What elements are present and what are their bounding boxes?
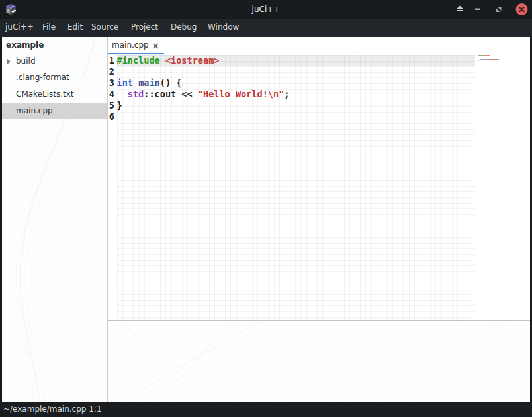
project-name: example — [6, 38, 44, 52]
code-line-6: 6 — [108, 111, 475, 122]
tree-item-label: build — [16, 53, 36, 70]
minimap-segment — [478, 60, 479, 61]
tree-item-label: CMakeLists.txt — [16, 86, 74, 103]
code-token-namespace: std — [128, 89, 144, 99]
menu-item-debug[interactable]: Debug — [171, 19, 197, 37]
line-text: } — [117, 100, 476, 111]
minimap-lines — [478, 55, 499, 63]
file-tree: build.clang-formatCMakeLists.txtmain.cpp — [2, 53, 107, 119]
code-line-5: 5} — [108, 100, 475, 111]
line-text: #include <iostream> — [117, 55, 476, 66]
tree-item-cmakelists-txt[interactable]: CMakeLists.txt — [2, 86, 107, 103]
line-number: 4 — [108, 89, 117, 100]
minimap-segment — [498, 59, 499, 60]
menu-item-file[interactable]: File — [42, 19, 56, 37]
code-editor[interactable]: 1#include <iostream>23int main() {4 std:… — [108, 54, 475, 320]
code-token-plain — [133, 77, 138, 88]
code-token-plain — [160, 55, 165, 66]
line-text — [117, 66, 476, 77]
tree-item-label: .clang-format — [16, 70, 69, 86]
code-token-plain: ; — [284, 89, 289, 99]
jucipp-window: juCi++ juCi++FileEditSourceProjectDebugW… — [0, 0, 532, 417]
menu-item-juci[interactable]: juCi++ — [5, 19, 34, 37]
code-line-3: 3int main() { — [108, 77, 475, 89]
content: example build.clang-formatCMakeLists.txt… — [0, 37, 532, 402]
minimap-segment — [492, 59, 498, 60]
code-token-keyword: int — [117, 77, 133, 88]
minimap-segment — [478, 55, 484, 56]
titlebar[interactable]: juCi++ — [0, 0, 532, 19]
code-token-string: "Hello World!\n" — [198, 89, 285, 99]
code-token-preprocessor: #include — [117, 55, 160, 66]
tree-item-label: main.cpp — [16, 103, 53, 119]
eject-icon[interactable] — [455, 0, 465, 19]
code-line-2: 2 — [108, 66, 475, 77]
line-text: int main() { — [117, 77, 476, 89]
code-lines: 1#include <iostream>23int main() {4 std:… — [108, 55, 475, 123]
tree-item-build[interactable]: build — [2, 53, 107, 70]
menubar: juCi++FileEditSourceProjectDebugWindow — [0, 19, 532, 37]
code-line-1: 1#include <iostream> — [108, 55, 475, 66]
restore-icon[interactable] — [496, 0, 502, 19]
code-token-plain: cout — [155, 89, 177, 99]
line-number: 2 — [108, 66, 117, 77]
code-token-function: main — [138, 77, 160, 88]
minimap[interactable] — [475, 54, 530, 320]
code-token-plain: } — [117, 100, 122, 111]
tree-item-main-cpp[interactable]: main.cpp — [2, 103, 107, 119]
tab-main-cpp[interactable]: main.cpp × — [108, 37, 164, 54]
tab-close-icon[interactable]: × — [152, 39, 159, 52]
statusbar: ~/example/main.cpp 1:1 — [0, 402, 532, 417]
tab-label: main.cpp — [112, 37, 149, 54]
close-icon[interactable] — [515, 0, 528, 19]
line-number: 3 — [108, 77, 117, 89]
code-token-includepath: <iostream> — [165, 55, 220, 66]
menu-item-project[interactable]: Project — [131, 19, 158, 37]
tree-item--clang-format[interactable]: .clang-format — [2, 70, 107, 86]
menu-item-edit[interactable]: Edit — [67, 19, 83, 37]
minimize-icon[interactable] — [474, 0, 482, 19]
code-token-plain: () { — [160, 77, 182, 88]
line-number: 5 — [108, 100, 117, 111]
code-token-plain: << — [176, 89, 198, 99]
window-border-left — [0, 37, 2, 402]
window-title: juCi++ — [0, 0, 532, 19]
code-token-plain — [117, 89, 128, 99]
menu-item-window[interactable]: Window — [208, 19, 239, 37]
minimap-line — [478, 61, 499, 62]
tabbar: main.cpp × — [108, 37, 530, 54]
line-text: std::cout << "Hello World!\n"; — [117, 89, 476, 100]
file-tree-sidebar: example build.clang-formatCMakeLists.txt… — [2, 37, 107, 402]
editor-wrap: 1#include <iostream>23int main() {4 std:… — [108, 54, 530, 320]
code-line-4: 4 std::cout << "Hello World!\n"; — [108, 89, 475, 100]
menu-item-source[interactable]: Source — [91, 19, 118, 37]
expander-icon[interactable] — [7, 59, 11, 64]
line-text — [117, 111, 476, 122]
line-number: 6 — [108, 111, 117, 122]
terminal-pane[interactable] — [108, 321, 530, 402]
code-token-plain: :: — [144, 89, 154, 99]
status-file-position: ~/example/main.cpp 1:1 — [3, 402, 102, 417]
minimap-segment — [486, 58, 486, 58]
main-area: main.cpp × 1#include <iostream>23int mai… — [108, 37, 530, 402]
minimap-segment — [484, 55, 491, 56]
line-number: 1 — [108, 55, 117, 66]
